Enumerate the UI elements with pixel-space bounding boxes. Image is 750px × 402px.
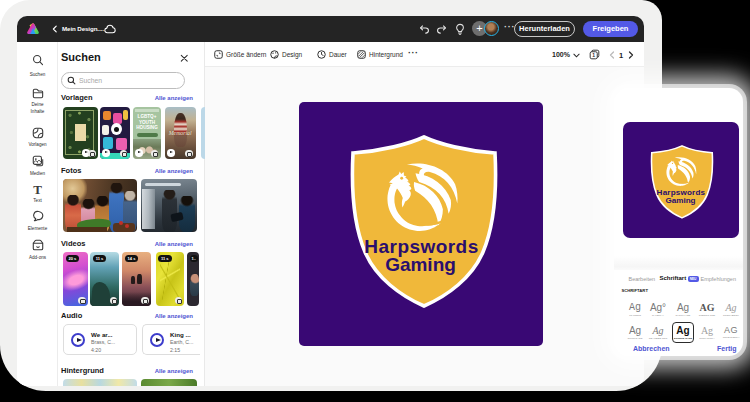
svg-text:Gaming: Gaming — [385, 254, 456, 275]
svg-text:1: 1 — [592, 52, 595, 58]
